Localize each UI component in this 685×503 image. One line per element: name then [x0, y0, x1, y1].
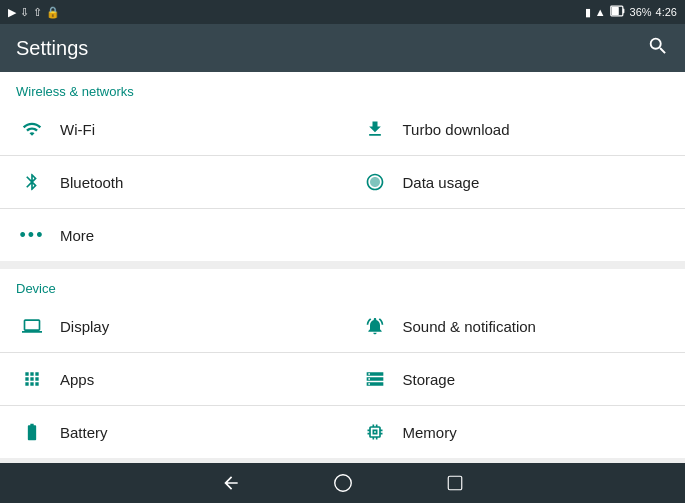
- wireless-section: Wireless & networks Wi-Fi Turbo download: [0, 72, 685, 261]
- status-bar: ▶ ⇩ ⇧ 🔒 ▮ ▲ 36% 4:26: [0, 0, 685, 24]
- wifi-item[interactable]: Wi-Fi: [0, 103, 343, 155]
- status-bar-right: ▮ ▲ 36% 4:26: [585, 3, 677, 21]
- download-status-icon: ⇩: [20, 6, 29, 19]
- nav-bar: [0, 463, 685, 503]
- sound-icon: [359, 316, 391, 336]
- clock: 4:26: [656, 6, 677, 18]
- sound-label: Sound & notification: [403, 318, 536, 335]
- storage-icon: [359, 369, 391, 389]
- wifi-label: Wi-Fi: [60, 121, 95, 138]
- upload-status-icon: ⇧: [33, 6, 42, 19]
- lock-status-icon: 🔒: [46, 6, 60, 19]
- toolbar-title: Settings: [16, 37, 88, 60]
- storage-label: Storage: [403, 371, 456, 388]
- bluetooth-label: Bluetooth: [60, 174, 123, 191]
- more-icon: •••: [16, 225, 48, 246]
- svg-rect-2: [611, 7, 618, 15]
- display-row: Display Sound & notification: [0, 300, 685, 352]
- status-bar-left: ▶ ⇩ ⇧ 🔒: [8, 6, 60, 19]
- more-label: More: [60, 227, 94, 244]
- data-usage-label: Data usage: [403, 174, 480, 191]
- wifi-status-icon: ▲: [595, 6, 606, 18]
- svg-rect-1: [622, 9, 624, 14]
- bluetooth-icon: [16, 172, 48, 192]
- apps-row: Apps Storage: [0, 353, 685, 405]
- display-icon: [16, 316, 48, 336]
- search-button[interactable]: [647, 35, 669, 62]
- battery-row: Battery Memory: [0, 406, 685, 458]
- location-status-icon: ▶: [8, 6, 16, 19]
- data-usage-icon: [359, 172, 391, 192]
- battery-label: Battery: [60, 424, 108, 441]
- bluetooth-row: Bluetooth Data usage: [0, 156, 685, 208]
- battery-status-icon: [610, 3, 626, 21]
- sim-icon: ▮: [585, 6, 591, 19]
- toolbar: Settings: [0, 24, 685, 72]
- bluetooth-item[interactable]: Bluetooth: [0, 156, 343, 208]
- sound-item[interactable]: Sound & notification: [343, 300, 686, 352]
- memory-item[interactable]: Memory: [343, 406, 686, 458]
- turbo-download-label: Turbo download: [403, 121, 510, 138]
- display-label: Display: [60, 318, 109, 335]
- turbo-download-icon: [359, 119, 391, 139]
- wifi-icon: [16, 119, 48, 139]
- more-row: ••• More: [0, 209, 685, 261]
- memory-icon: [359, 422, 391, 442]
- battery-percent: 36%: [630, 6, 652, 18]
- data-usage-item[interactable]: Data usage: [343, 156, 686, 208]
- battery-icon: [16, 422, 48, 442]
- apps-icon: [16, 369, 48, 389]
- wifi-row: Wi-Fi Turbo download: [0, 103, 685, 155]
- back-button[interactable]: [215, 467, 247, 499]
- apps-label: Apps: [60, 371, 94, 388]
- memory-label: Memory: [403, 424, 457, 441]
- device-section-header: Device: [0, 269, 685, 300]
- display-item[interactable]: Display: [0, 300, 343, 352]
- svg-rect-4: [448, 476, 462, 490]
- settings-content: Wireless & networks Wi-Fi Turbo download: [0, 72, 685, 463]
- turbo-download-item[interactable]: Turbo download: [343, 103, 686, 155]
- wireless-section-header: Wireless & networks: [0, 72, 685, 103]
- recent-button[interactable]: [439, 467, 471, 499]
- battery-item[interactable]: Battery: [0, 406, 343, 458]
- svg-point-3: [334, 475, 351, 492]
- storage-item[interactable]: Storage: [343, 353, 686, 405]
- home-button[interactable]: [327, 467, 359, 499]
- device-section: Device Display Sound & notification: [0, 269, 685, 458]
- more-item[interactable]: ••• More: [0, 209, 343, 261]
- apps-item[interactable]: Apps: [0, 353, 343, 405]
